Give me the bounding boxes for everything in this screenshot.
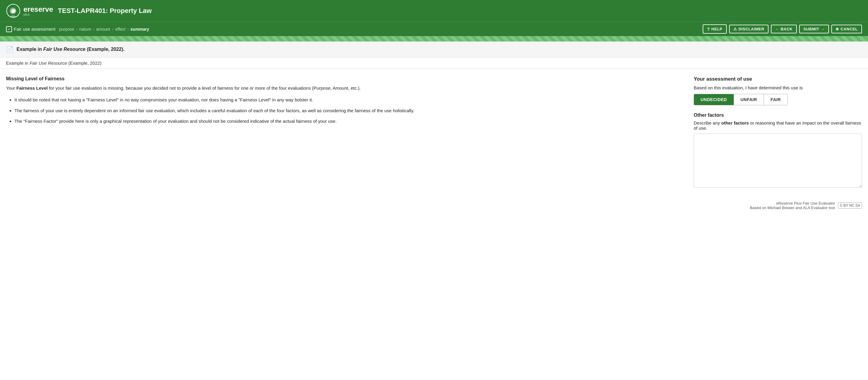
- submit-arrow-icon: →: [821, 27, 825, 31]
- bullet-list: It should be noted that not having a "Fa…: [6, 96, 682, 125]
- footer-text: eReserve Plus Fair Use Evaluator Based o…: [750, 201, 835, 210]
- undecided-button[interactable]: UNDECIDED: [694, 94, 734, 105]
- breadcrumb: purpose › nature › amount › effect › sum…: [59, 27, 149, 32]
- nav-right: ? HELP ⚠ DISCLAIMER ← BACK SUBMIT → ⊗ CA…: [703, 24, 862, 34]
- assessment-desc: Based on this evaluation, I have determi…: [694, 85, 862, 90]
- missing-title: Missing Level of Fairness: [6, 76, 682, 82]
- list-item: The "Fairness Factor" provide here is on…: [14, 117, 682, 125]
- progress-bar-fill: [0, 36, 868, 41]
- cancel-icon: ⊗: [836, 27, 839, 31]
- unfair-button[interactable]: UNFAIR: [734, 94, 764, 105]
- cc-icon: ©: [840, 203, 842, 208]
- left-panel: Missing Level of Fairness Your Fairness …: [6, 76, 694, 128]
- disclaimer-button[interactable]: ⚠ DISCLAIMER: [729, 25, 769, 33]
- assessment-buttons: UNDECIDED UNFAIR FAIR: [694, 94, 788, 105]
- app-title: TEST-LAPR401: Property Law: [58, 7, 152, 15]
- breadcrumb-sep-4: ›: [127, 27, 129, 32]
- back-arrow-icon: ←: [775, 27, 779, 31]
- breadcrumb-effect[interactable]: effect: [115, 27, 125, 32]
- right-panel: Your assessment of use Based on this eva…: [694, 76, 862, 189]
- help-button[interactable]: ? HELP: [703, 24, 726, 34]
- breadcrumb-amount[interactable]: amount: [96, 27, 110, 32]
- logo-icon: plus: [6, 4, 21, 18]
- missing-desc: Your Fairness Level for your fair use ev…: [6, 85, 682, 92]
- breadcrumb-nature[interactable]: nature: [79, 27, 91, 32]
- resource-header: 📄 Example in Fair Use Resource (Example,…: [0, 41, 868, 57]
- disclaimer-icon: ⚠: [733, 27, 737, 31]
- resource-title: Example in Fair Use Resource (Example, 2…: [17, 47, 124, 52]
- breadcrumb-purpose[interactable]: purpose: [59, 27, 74, 32]
- submit-button[interactable]: SUBMIT →: [799, 25, 829, 33]
- nav-assessment-label: ✓ Fair use assessment: [6, 26, 55, 32]
- app-header: plus ereserve plus TEST-LAPR401: Propert…: [0, 0, 868, 22]
- assessment-check-icon: ✓: [6, 26, 12, 32]
- breadcrumb-sep-1: ›: [76, 27, 78, 32]
- app-logo-text: ereserve plus: [24, 5, 53, 16]
- logo-area: plus ereserve plus: [6, 4, 53, 18]
- nav-left: ✓ Fair use assessment purpose › nature ›…: [6, 26, 149, 32]
- help-icon: ?: [707, 27, 710, 32]
- cancel-button[interactable]: ⊗ CANCEL: [831, 25, 862, 33]
- breadcrumb-summary[interactable]: summary: [130, 27, 149, 32]
- breadcrumb-sep-3: ›: [112, 27, 114, 32]
- back-button[interactable]: ← BACK: [771, 25, 797, 33]
- list-item: The fairness of your use is entirely dep…: [14, 107, 682, 115]
- breadcrumb-sep-2: ›: [93, 27, 94, 32]
- other-factors-desc: Describe any other factors or reasoning …: [694, 120, 862, 130]
- fair-button[interactable]: FAIR: [764, 94, 787, 105]
- progress-bar-container: [0, 36, 868, 41]
- cc-badge: © BY NC SA: [838, 203, 862, 208]
- resource-subtitle: Example in Fair Use Resource (Example, 2…: [0, 57, 868, 69]
- footer: eReserve Plus Fair Use Evaluator Based o…: [0, 196, 868, 215]
- document-icon: 📄: [6, 46, 13, 53]
- other-factors-title: Other factors: [694, 113, 862, 118]
- svg-text:plus: plus: [11, 15, 15, 18]
- list-item: It should be noted that not having a "Fa…: [14, 96, 682, 104]
- assessment-title: Your assessment of use: [694, 76, 862, 82]
- main-content: Missing Level of Fairness Your Fairness …: [0, 69, 868, 196]
- other-factors-textarea[interactable]: [694, 134, 862, 188]
- nav-bar: ✓ Fair use assessment purpose › nature ›…: [0, 22, 868, 36]
